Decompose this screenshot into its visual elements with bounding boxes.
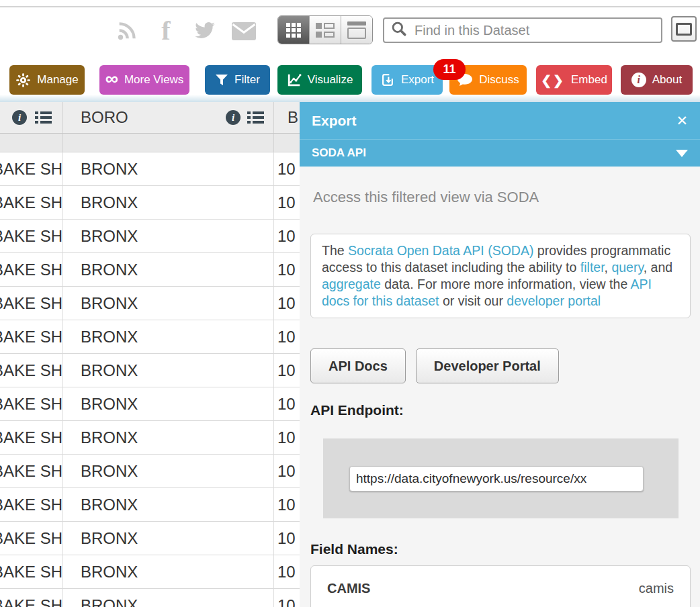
- description-text: ,: [605, 260, 612, 275]
- cell-building[interactable]: 10: [274, 455, 300, 487]
- cell-boro[interactable]: BRONX: [63, 455, 274, 487]
- manage-button[interactable]: Manage: [9, 65, 85, 95]
- column-header-dba[interactable]: i: [0, 102, 63, 133]
- cell-dba[interactable]: BAKE SH: [0, 220, 63, 252]
- inline-link[interactable]: query: [611, 260, 643, 275]
- table-row: BAKE SH BRONX 10: [0, 186, 300, 220]
- cell-building[interactable]: 10: [274, 287, 300, 320]
- more-views-button[interactable]: ∞ More Views: [99, 65, 189, 95]
- cell-dba[interactable]: BAKE SH: [0, 287, 63, 320]
- table-row: BAKE SH BRONX 10: [0, 555, 300, 589]
- cell-dba[interactable]: BAKE SH: [0, 253, 63, 286]
- filter-button[interactable]: Filter: [205, 65, 270, 95]
- cell-dba[interactable]: BAKE SH: [0, 589, 63, 607]
- cell-dba[interactable]: BAKE SH: [0, 152, 63, 185]
- email-icon[interactable]: [231, 17, 257, 44]
- cell-boro[interactable]: BRONX: [63, 522, 274, 555]
- inline-link[interactable]: developer portal: [507, 293, 601, 308]
- cell-building[interactable]: 10: [274, 354, 300, 387]
- cell-boro[interactable]: BRONX: [63, 387, 274, 420]
- view-toggle-group: [277, 15, 373, 44]
- search-input[interactable]: [413, 22, 655, 39]
- cell-dba[interactable]: BAKE SH: [0, 387, 63, 420]
- cell-boro[interactable]: BRONX: [63, 555, 274, 588]
- chevron-down-icon: [676, 150, 688, 157]
- cell-building[interactable]: 10: [274, 220, 300, 252]
- cell-building[interactable]: 10: [274, 387, 300, 420]
- table-row: BAKE SH BRONX 10: [0, 589, 300, 607]
- embed-button[interactable]: ❮❯ Embed: [536, 65, 612, 95]
- api-docs-button[interactable]: API Docs: [310, 348, 406, 383]
- dataset-page: f: [0, 0, 700, 607]
- cell-building[interactable]: 10: [274, 522, 300, 555]
- cell-dba[interactable]: BAKE SH: [0, 455, 63, 487]
- cell-dba[interactable]: BAKE SH: [0, 488, 63, 521]
- rich-list-view-button[interactable]: [310, 16, 341, 44]
- export-panel-title: Export: [312, 113, 676, 129]
- manage-label: Manage: [37, 73, 78, 87]
- cell-building[interactable]: 10: [274, 488, 300, 521]
- developer-portal-button[interactable]: Developer Portal: [416, 348, 559, 383]
- description-text: The: [322, 243, 348, 258]
- soda-api-section-header[interactable]: SODA API: [300, 139, 700, 167]
- cell-building[interactable]: 10: [274, 320, 300, 353]
- cell-dba[interactable]: BAKE SH: [0, 522, 63, 555]
- table-blank-row: [0, 134, 300, 152]
- cell-boro[interactable]: BRONX: [63, 220, 274, 252]
- inline-link[interactable]: filter: [580, 260, 605, 275]
- visualize-label: Visualize: [308, 73, 353, 87]
- cell-dba[interactable]: BAKE SH: [0, 320, 63, 353]
- column-info-icon[interactable]: i: [226, 110, 240, 125]
- column-menu-icon[interactable]: [247, 111, 264, 124]
- table-row: BAKE SH BRONX 10: [0, 421, 300, 455]
- description-text: or visit our: [439, 293, 507, 308]
- cell-building[interactable]: 10: [274, 555, 300, 588]
- cell-boro[interactable]: BRONX: [63, 320, 274, 353]
- cell-dba[interactable]: BAKE SH: [0, 555, 63, 588]
- cell-dba[interactable]: BAKE SH: [0, 354, 63, 387]
- cell-boro[interactable]: BRONX: [63, 152, 274, 185]
- cell-dba[interactable]: BAKE SH: [0, 421, 63, 454]
- cell-boro[interactable]: BRONX: [63, 253, 274, 286]
- table-row: BAKE SH BRONX 10: [0, 287, 300, 320]
- table-header-row: i BORO i B: [0, 102, 300, 134]
- api-endpoint-input[interactable]: [349, 466, 644, 492]
- column-info-icon[interactable]: i: [12, 110, 27, 125]
- cell-building[interactable]: 10: [274, 152, 300, 185]
- inline-link[interactable]: aggregate: [322, 277, 381, 291]
- cell-boro[interactable]: BRONX: [63, 354, 274, 387]
- about-button[interactable]: i About: [621, 65, 693, 95]
- cell-building[interactable]: 10: [274, 186, 300, 219]
- fullscreen-button[interactable]: [671, 16, 697, 42]
- cell-building[interactable]: 10: [274, 253, 300, 286]
- column-header-building[interactable]: B: [274, 102, 300, 133]
- cell-boro[interactable]: BRONX: [63, 186, 274, 219]
- facebook-icon[interactable]: f: [153, 17, 179, 44]
- table-view-button[interactable]: [278, 16, 310, 44]
- rich-list-icon: [316, 23, 335, 38]
- export-label: Export: [401, 73, 434, 87]
- api-endpoint-label: API Endpoint:: [310, 402, 689, 418]
- building-column-label: B: [288, 108, 298, 127]
- close-icon[interactable]: ✕: [676, 113, 688, 128]
- cell-dba[interactable]: BAKE SH: [0, 186, 63, 219]
- cell-boro[interactable]: BRONX: [63, 421, 274, 454]
- twitter-icon[interactable]: [192, 17, 218, 44]
- cell-boro[interactable]: BRONX: [63, 287, 274, 320]
- table-row: BAKE SH BRONX 10: [0, 220, 300, 253]
- rss-icon[interactable]: [114, 17, 140, 44]
- description-text: , and: [644, 260, 672, 275]
- page-view-button[interactable]: [341, 16, 372, 44]
- inline-link[interactable]: Socrata Open Data API (SODA): [348, 243, 533, 258]
- visualize-button[interactable]: Visualize: [277, 65, 362, 95]
- cell-boro[interactable]: BRONX: [63, 488, 274, 521]
- column-header-boro[interactable]: BORO i: [63, 102, 274, 133]
- soda-description: The Socrata Open Data API (SODA) provide…: [310, 234, 691, 318]
- export-button[interactable]: Export: [371, 65, 443, 95]
- cell-building[interactable]: 10: [274, 421, 300, 454]
- cell-building[interactable]: 10: [274, 589, 300, 607]
- table-row: BAKE SH BRONX 10: [0, 455, 300, 488]
- table-row: BAKE SH BRONX 10: [0, 320, 300, 354]
- cell-boro[interactable]: BRONX: [63, 589, 274, 607]
- column-menu-icon[interactable]: [35, 111, 52, 124]
